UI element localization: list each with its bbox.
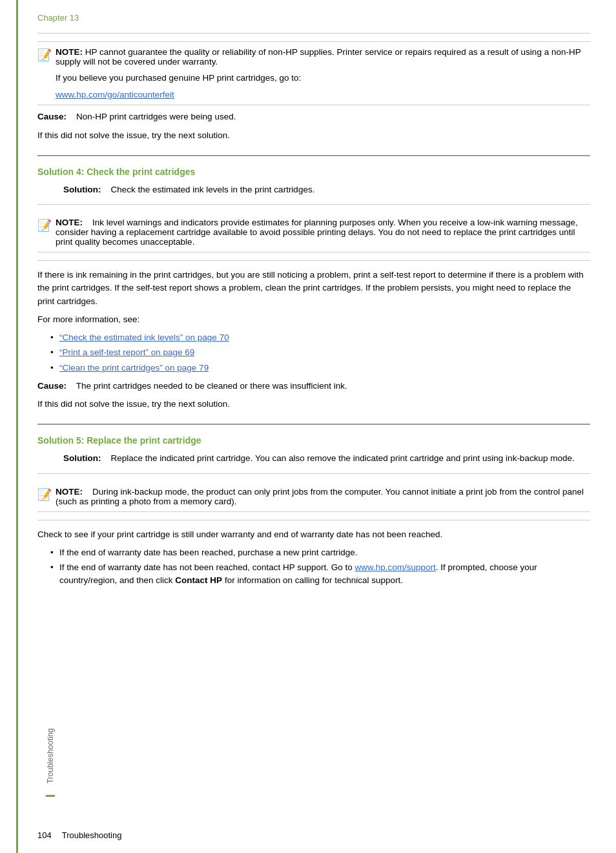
note5-icon: 📝 xyxy=(37,488,52,502)
solution4-solution-text: Check the estimated ink levels in the pr… xyxy=(111,185,315,194)
solution4-note-text: Ink level warnings and indicators provid… xyxy=(56,218,578,247)
solution4-note-box: 📝 NOTE: Ink level warnings and indicator… xyxy=(37,212,590,252)
list-item: “Print a self-test report” on page 69 xyxy=(50,346,590,359)
solution4-solution-line: Solution: Check the estimated ink levels… xyxy=(63,183,590,196)
chapter-heading: Chapter 13 xyxy=(37,13,590,23)
solution5-note-box: 📝 NOTE: During ink-backup mode, the prod… xyxy=(37,482,590,512)
top-note-text1: HP cannot guarantee the quality or relia… xyxy=(56,47,580,67)
solution4-heading: Solution 4: Check the print catridges xyxy=(37,167,590,177)
solution5-bullet-list: If the end of warranty date has been rea… xyxy=(50,546,590,588)
solution5-contact-hp: Contact HP xyxy=(175,575,222,585)
footer-label: Troubleshooting xyxy=(62,830,122,840)
solution4-cause-label: Cause: xyxy=(37,381,67,391)
solution4-body: Solution: Check the estimated ink levels… xyxy=(63,183,590,196)
solution4-solution-label: Solution: xyxy=(63,185,101,194)
note5-hr-top xyxy=(37,473,590,474)
solution4-note-label: NOTE: xyxy=(56,218,83,227)
solution4-body2: For more information, see: xyxy=(37,313,590,326)
note-icon: 📝 xyxy=(37,48,52,62)
solution5-body1: Check to see if your print cartridge is … xyxy=(37,528,590,541)
note4-hr-top xyxy=(37,204,590,205)
solution5-solution-line: Solution: Replace the indicated print ca… xyxy=(63,452,590,465)
solution5-solution-container: Solution: Replace the indicated print ca… xyxy=(63,452,590,465)
solution5-bullet1: If the end of warranty date has been rea… xyxy=(59,548,358,557)
solution4-next: If this did not solve the issue, try the… xyxy=(37,398,590,411)
note4-icon: 📝 xyxy=(37,218,52,232)
list-item: “Check the estimated ink levels” on page… xyxy=(50,331,590,344)
top-note-link[interactable]: www.hp.com/go/anticounterfeit xyxy=(56,90,174,99)
solution4-cause-text: The print cartridges needed to be cleane… xyxy=(76,381,347,391)
link-ink-levels[interactable]: “Check the estimated ink levels” on page… xyxy=(59,333,229,342)
footer: 104 Troubleshooting xyxy=(37,830,590,840)
main-content: Chapter 13 📝 NOTE: HP cannot guarantee t… xyxy=(18,0,616,853)
sidebar: Troubleshooting xyxy=(0,0,18,853)
link-clean-cartridges[interactable]: “Clean the print cartridges” on page 79 xyxy=(59,363,209,373)
note5-hr-bottom xyxy=(37,520,590,520)
top-cause-label: Cause: xyxy=(37,112,67,121)
solution5-solution-label: Solution: xyxy=(63,453,101,463)
solution4-cause: Cause: The print cartridges needed to be… xyxy=(37,380,590,393)
link-self-test[interactable]: “Print a self-test report” on page 69 xyxy=(59,347,194,357)
footer-page-number: 104 xyxy=(37,830,52,840)
list-item: If the end of warranty date has been rea… xyxy=(50,546,590,559)
top-next-text: If this did not solve the issue, try the… xyxy=(37,129,590,142)
solution5-solution-text: Replace the indicated print cartridge. Y… xyxy=(111,453,575,463)
top-note-label: NOTE: xyxy=(56,47,83,57)
list-item: If the end of warranty date has not been… xyxy=(50,561,590,588)
solution4-note-content: NOTE: Ink level warnings and indicators … xyxy=(56,218,590,247)
top-note-text2: If you believe you purchased genuine HP … xyxy=(56,72,590,85)
solution5-note-content: NOTE: During ink-backup mode, the produc… xyxy=(56,487,590,506)
top-note-box: 📝 NOTE: HP cannot guarantee the quality … xyxy=(37,41,590,105)
solution5-support-link[interactable]: www.hp.com/support xyxy=(355,562,436,572)
note4-hr-bottom xyxy=(37,260,590,261)
list-item: “Clean the print cartridges” on page 79 xyxy=(50,362,590,375)
solution5-heading: Solution 5: Replace the print cartridge xyxy=(37,435,590,446)
solution5-note-label: NOTE: xyxy=(56,487,83,497)
top-cause: Cause: Non-HP print cartridges were bein… xyxy=(37,110,590,123)
top-cause-text: Non-HP print cartridges were being used. xyxy=(76,112,236,121)
solution5-note-text: During ink-backup mode, the product can … xyxy=(56,487,584,506)
top-note-link-container: www.hp.com/go/anticounterfeit xyxy=(56,90,590,99)
section-divider-1 xyxy=(37,155,590,156)
section-divider-2 xyxy=(37,424,590,425)
top-note-content: NOTE: HP cannot guarantee the quality or… xyxy=(56,47,590,99)
solution4-body1: If there is ink remaining in the print c… xyxy=(37,269,590,308)
solution4-link-list: “Check the estimated ink levels” on page… xyxy=(50,331,590,375)
